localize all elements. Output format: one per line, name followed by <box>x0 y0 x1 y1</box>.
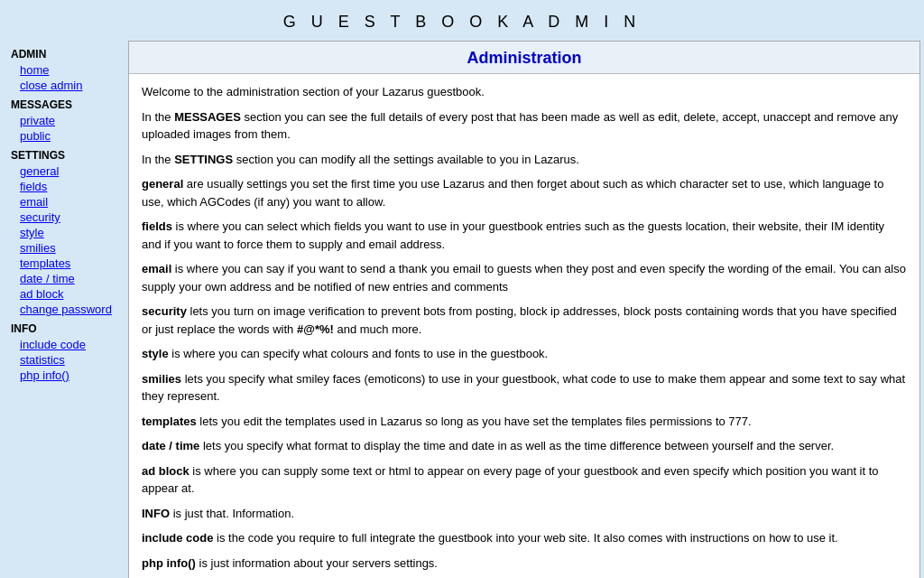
content-paragraph-p15: php info() is just information about you… <box>142 555 907 573</box>
sidebar-item-public[interactable]: public <box>4 128 128 144</box>
sidebar: ADMINhomeclose adminMESSAGESprivatepubli… <box>4 41 128 578</box>
sidebar-item-statistics[interactable]: statistics <box>4 352 128 368</box>
sidebar-section-admin: ADMIN <box>4 42 128 62</box>
content-paragraph-p1: Welcome to the administration section of… <box>142 83 907 101</box>
sidebar-item-home[interactable]: home <box>4 62 128 78</box>
sidebar-item-general[interactable]: general <box>4 163 128 179</box>
admin-content: Welcome to the administration section of… <box>129 74 919 578</box>
sidebar-section-settings: SETTINGS <box>4 144 128 163</box>
sidebar-item-date-time[interactable]: date / time <box>4 271 128 286</box>
admin-heading: Administration <box>129 42 919 74</box>
sidebar-item-include-code[interactable]: include code <box>4 337 128 352</box>
content-paragraph-p12: ad block is where you can supply some te… <box>142 462 907 498</box>
main-content: Administration Welcome to the administra… <box>128 41 920 578</box>
sidebar-item-private[interactable]: private <box>4 113 128 128</box>
sidebar-item-ad-block[interactable]: ad block <box>4 286 128 302</box>
sidebar-item-php-info[interactable]: php info() <box>4 368 128 383</box>
sidebar-section-info: INFO <box>4 317 128 337</box>
content-paragraph-p7: security lets you turn on image verifica… <box>142 303 907 338</box>
content-paragraph-p8: style is where you can specify what colo… <box>142 345 907 363</box>
content-paragraph-p14: include code is the code you require to … <box>142 529 907 547</box>
content-paragraph-p5: fields is where you can select which fie… <box>142 218 907 253</box>
content-paragraph-p10: templates lets you edit the templates us… <box>142 413 907 431</box>
content-paragraph-p6: email is where you can say if you want t… <box>142 260 907 295</box>
sidebar-item-fields[interactable]: fields <box>4 179 128 194</box>
content-paragraph-p2: In the MESSAGES section you can see the … <box>142 108 907 144</box>
sidebar-item-templates[interactable]: templates <box>4 256 128 271</box>
content-paragraph-p11: date / time lets you specify what format… <box>142 437 907 455</box>
content-paragraph-p4: general are usually settings you set the… <box>142 175 907 210</box>
sidebar-item-security[interactable]: security <box>4 210 128 225</box>
page-title: G U E S T B O O K A D M I N <box>0 0 924 41</box>
content-paragraph-p13: INFO is just that. Information. <box>142 505 907 523</box>
sidebar-item-email[interactable]: email <box>4 194 128 210</box>
content-paragraph-p9: smilies lets you specify what smiley fac… <box>142 370 907 406</box>
sidebar-item-close-admin[interactable]: close admin <box>4 78 128 93</box>
sidebar-item-style[interactable]: style <box>4 225 128 240</box>
sidebar-item-smilies[interactable]: smilies <box>4 240 128 256</box>
content-paragraph-p3: In the SETTINGS section you can modify a… <box>142 151 907 169</box>
sidebar-section-messages: MESSAGES <box>4 93 128 113</box>
sidebar-item-change-password[interactable]: change password <box>4 302 128 317</box>
